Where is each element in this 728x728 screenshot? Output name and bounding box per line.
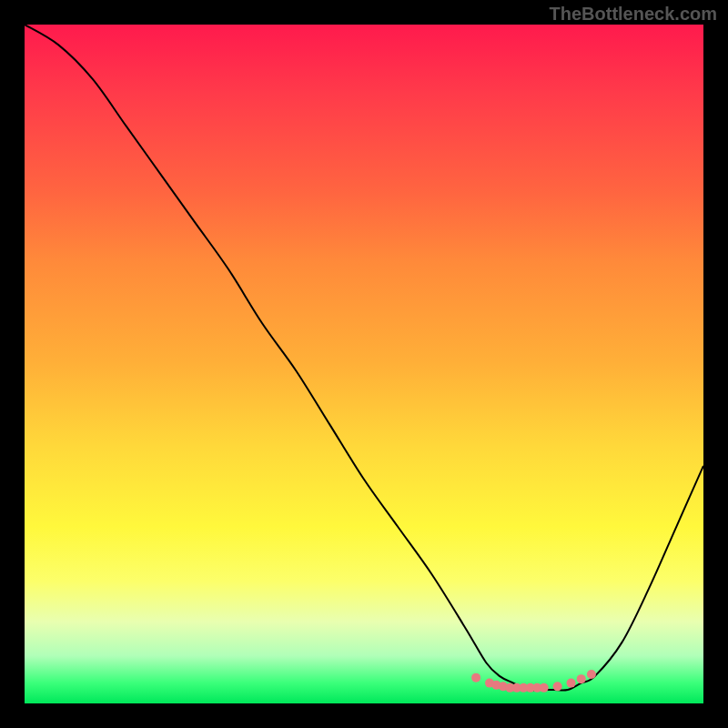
curve-line <box>25 25 703 691</box>
marker-dot <box>587 670 596 679</box>
marker-group <box>471 670 596 693</box>
marker-dot <box>540 683 549 693</box>
watermark-text: TheBottleneck.com <box>550 4 717 25</box>
marker-dot <box>553 682 562 691</box>
plot-area <box>25 25 703 703</box>
marker-dot <box>577 674 586 683</box>
chart-svg <box>25 25 703 703</box>
marker-dot <box>567 679 576 688</box>
marker-dot <box>471 673 480 682</box>
